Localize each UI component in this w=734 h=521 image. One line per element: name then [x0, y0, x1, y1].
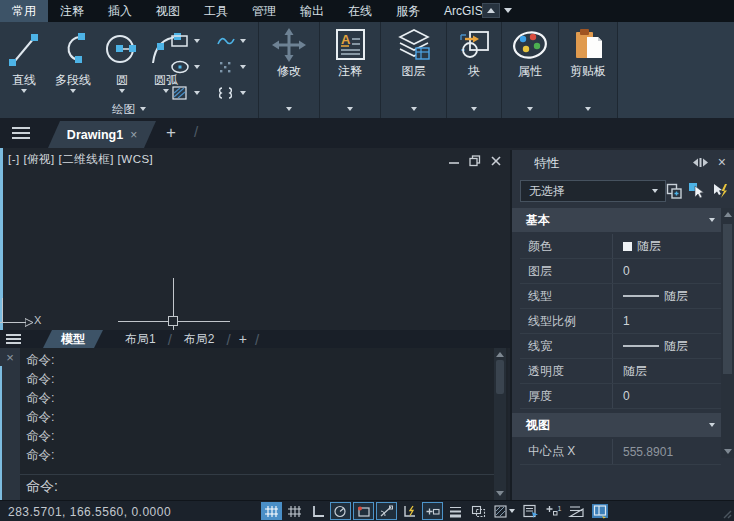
close-icon[interactable] — [490, 155, 502, 167]
modify-panel-caret[interactable] — [286, 107, 292, 111]
section-basic[interactable]: 基本 — [512, 208, 723, 232]
arc-dropdown-caret[interactable] — [163, 89, 169, 93]
selection-dropdown[interactable]: 无选择 — [520, 180, 666, 202]
ortho-mode-toggle[interactable] — [307, 502, 328, 520]
property-row-color[interactable]: 颜色 随层 — [520, 234, 721, 259]
line-dropdown-caret[interactable] — [21, 89, 27, 93]
annotate-panel-caret[interactable] — [347, 107, 353, 111]
ribbon-tab-annotate[interactable]: 注释 — [48, 0, 96, 22]
layout-menu-hamburger-icon[interactable] — [6, 334, 21, 344]
ribbon-tab-manage[interactable]: 管理 — [240, 0, 288, 22]
ribbon-more-caret-icon[interactable] — [504, 8, 512, 13]
quick-properties-toggle[interactable] — [520, 502, 541, 520]
transparency-toggle[interactable] — [468, 502, 489, 520]
command-history-line: 命令: — [26, 370, 54, 389]
resize-grip[interactable] — [722, 509, 732, 519]
object-snap-tracking-toggle[interactable] — [376, 502, 397, 520]
new-tab-plus-icon[interactable]: + — [166, 124, 176, 141]
clipboard-panel-caret[interactable] — [585, 107, 591, 111]
rectangle-button[interactable] — [170, 28, 216, 54]
polyline-dropdown-caret[interactable] — [70, 89, 76, 93]
draw-panel-title[interactable]: 绘图 — [0, 102, 258, 116]
lineweight-display-toggle[interactable] — [445, 502, 466, 520]
ribbon-tab-insert[interactable]: 插入 — [96, 0, 144, 22]
command-scrollbar[interactable] — [494, 348, 506, 500]
ribbon-tab-output[interactable]: 输出 — [288, 0, 336, 22]
minimize-icon[interactable] — [448, 155, 460, 167]
file-tab-bar: Drawing1 × + / — [0, 118, 734, 148]
ribbon-tab-home[interactable]: 常用 — [0, 0, 48, 22]
ribbon-panel-block: 块 — [447, 22, 502, 118]
points-button[interactable] — [216, 54, 258, 80]
property-row-layer[interactable]: 图层 0 — [520, 259, 721, 284]
properties-panel-caret[interactable] — [527, 107, 533, 111]
line-button[interactable]: 直线 — [2, 27, 46, 93]
section-collapse-caret[interactable] — [709, 423, 715, 427]
command-window[interactable]: × 命令: 命令: 命令: 命令: 命令: 命令: 命令: — [0, 348, 508, 500]
drawing-viewport[interactable]: [-] [俯视] [二维线框] [WCS] X — [0, 148, 510, 330]
ribbon-expand-up-icon[interactable] — [482, 3, 500, 18]
snap-mode-toggle[interactable] — [261, 502, 282, 520]
annotation-autoscale-toggle[interactable]: 1 — [543, 502, 564, 520]
new-layout-plus-icon[interactable]: + — [231, 332, 255, 346]
property-row-lineweight[interactable]: 线宽 随层 — [520, 334, 721, 359]
lineweight-swatch — [623, 345, 659, 347]
select-objects-icon[interactable] — [687, 180, 707, 202]
properties-close-icon[interactable]: × — [718, 154, 726, 170]
command-close-icon[interactable]: × — [0, 350, 20, 365]
ribbon-tab-view[interactable]: 视图 — [144, 0, 192, 22]
modify-button[interactable]: 修改 — [271, 26, 307, 78]
drawing-tab[interactable]: Drawing1 × — [48, 121, 156, 148]
toggle-pickadd-icon[interactable] — [710, 180, 730, 202]
tab-model[interactable]: 模型 — [43, 330, 103, 348]
annotate-button[interactable]: A 注释 — [332, 26, 368, 78]
circle-dropdown-caret[interactable] — [119, 89, 125, 93]
ribbon-tab-services[interactable]: 服务 — [384, 0, 432, 22]
block-panel-caret[interactable] — [471, 107, 477, 111]
annotation-scale-button[interactable] — [566, 502, 587, 520]
clipboard-button[interactable]: 剪贴板 — [569, 26, 607, 78]
object-snap-toggle[interactable] — [353, 502, 374, 520]
dynamic-input-toggle[interactable] — [422, 502, 443, 520]
polar-tracking-toggle[interactable] — [330, 502, 351, 520]
ribbon-panel-modify: 修改 — [259, 22, 320, 118]
line-icon — [5, 27, 43, 73]
selection-cycling-toggle[interactable] — [491, 502, 518, 520]
ribbon-panel-properties: 属性 — [502, 22, 559, 118]
property-row-linetype[interactable]: 线型 随层 — [520, 284, 721, 309]
layers-button[interactable]: 图层 — [394, 26, 434, 78]
quick-select-icon[interactable] — [664, 180, 684, 202]
spline-button[interactable] — [216, 28, 258, 54]
command-history-line: 命令: — [26, 427, 54, 446]
workspace-switching-button[interactable] — [589, 502, 610, 520]
ribbon-tab-online[interactable]: 在线 — [336, 0, 384, 22]
property-row-transparency[interactable]: 透明度 随层 — [520, 359, 721, 384]
file-tabs-menu-hamburger-icon[interactable] — [12, 127, 30, 139]
ucs-x-arrowhead — [25, 318, 33, 327]
layers-panel-caret[interactable] — [411, 107, 417, 111]
ribbon-tab-bar: 常用 注释 插入 视图 工具 管理 输出 在线 服务 ArcGIS — [0, 0, 734, 22]
tab-layout2[interactable]: 布局2 — [172, 330, 227, 348]
viewport-controls[interactable]: [-] [俯视] [二维线框] [WCS] — [8, 152, 153, 167]
property-row-center-x[interactable]: 中心点 X 555.8901 — [520, 439, 721, 465]
ellipse-button[interactable] — [170, 54, 216, 80]
property-row-thickness[interactable]: 厚度 0 — [520, 384, 721, 409]
polyline-button[interactable]: 多段线 — [46, 27, 100, 93]
command-edge-strip — [0, 366, 2, 500]
auto-hide-pin-icon[interactable] — [693, 156, 708, 169]
restore-icon[interactable] — [469, 155, 481, 167]
close-tab-icon[interactable]: × — [130, 129, 137, 141]
tab-layout1[interactable]: 布局1 — [113, 330, 168, 348]
grid-display-toggle[interactable] — [284, 502, 305, 520]
section-view[interactable]: 视图 — [512, 413, 723, 437]
properties-scrollbar[interactable] — [721, 208, 734, 458]
command-prompt[interactable]: 命令: — [26, 478, 58, 496]
circle-button[interactable]: 圆 — [100, 27, 144, 93]
ribbon-tab-tools[interactable]: 工具 — [192, 0, 240, 22]
property-row-linetype-scale[interactable]: 线型比例 1 — [520, 309, 721, 334]
dynamic-ucs-toggle[interactable] — [399, 502, 420, 520]
properties-button[interactable]: 属性 — [510, 26, 550, 78]
command-history-line: 命令: — [26, 389, 54, 408]
section-collapse-caret[interactable] — [709, 218, 715, 222]
block-button[interactable]: 块 — [455, 26, 493, 78]
